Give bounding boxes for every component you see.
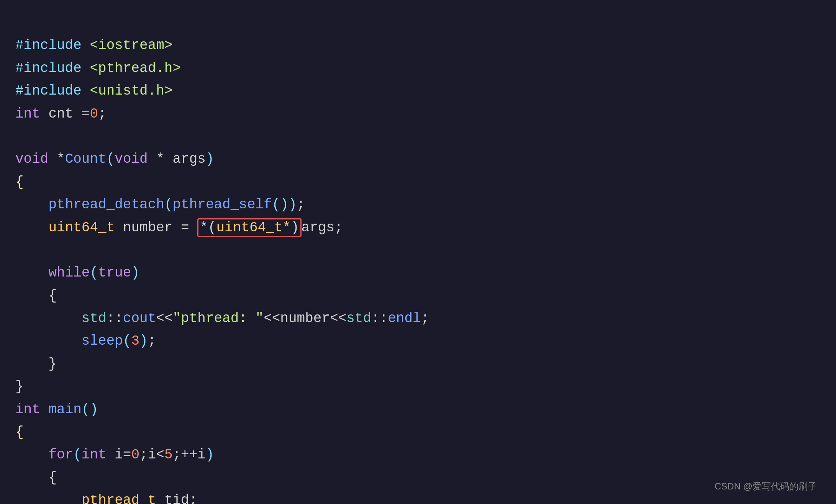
brace-while-close: } — [48, 356, 57, 372]
plain-space3 — [82, 83, 90, 99]
paren10: () — [82, 402, 98, 417]
kw-for: for — [48, 447, 73, 463]
plain-star2: * — [148, 151, 173, 167]
paren5: ) — [289, 197, 297, 213]
plain-op3: << — [330, 311, 346, 326]
paren7: ) — [131, 265, 139, 281]
kw-int1: int — [15, 106, 40, 122]
include-path1: <iostream> — [90, 38, 172, 53]
brace-for-open: { — [48, 470, 57, 486]
brace-open1: { — [15, 174, 24, 190]
plain-space2 — [82, 61, 90, 76]
brace-main-open: { — [15, 424, 24, 440]
kw-void2: void — [115, 151, 148, 167]
type-uint64: uint64_t — [48, 220, 115, 236]
kw-void1: void — [15, 151, 48, 167]
paren3: ( — [164, 197, 173, 213]
cast-star: *( — [200, 220, 216, 236]
num-for5: 5 — [164, 447, 173, 463]
preproc-include1: #include — [15, 38, 82, 53]
preproc-include2: #include — [15, 61, 82, 76]
paren11: ( — [73, 447, 82, 463]
ns-std1: std — [82, 311, 107, 326]
paren1: ( — [107, 151, 115, 167]
code-block: #include <iostream> #include <pthread.h>… — [15, 11, 821, 504]
paren8: ( — [123, 333, 131, 349]
kw-int3: int — [82, 447, 107, 463]
brace-func-close: } — [15, 379, 24, 394]
func-count: Count — [65, 151, 107, 167]
cast-close: ) — [291, 220, 299, 236]
kw-int2: int — [15, 402, 40, 417]
plain-op1: << — [156, 311, 172, 326]
func-pthread-detach: pthread_detach — [48, 197, 164, 213]
plain-scope2: :: — [371, 311, 388, 326]
plain-semi3: ; — [421, 311, 429, 326]
var-number: number — [280, 311, 330, 326]
plain-semi4: ; — [148, 333, 156, 349]
paren9: ) — [139, 333, 148, 349]
num-3: 3 — [131, 333, 139, 349]
var-tid: tid; — [156, 493, 197, 504]
highlight-cast: *(uint64_t*) — [197, 218, 301, 237]
plain-op2: << — [264, 311, 280, 326]
brace-while-open: { — [48, 288, 57, 304]
plain-cnt: cnt = — [40, 106, 90, 122]
plain-semi2: ; — [297, 197, 305, 213]
plain-semi5: ;i< — [139, 447, 164, 463]
plain-space-main — [40, 402, 49, 417]
paren2: ) — [206, 151, 214, 167]
plain-args2: args; — [302, 220, 343, 236]
type-pthread-t: pthread_t — [82, 493, 156, 504]
str-pthread: "pthread: " — [173, 311, 264, 326]
include-path2: <pthread.h> — [90, 61, 181, 76]
cast-type: uint64_t* — [216, 220, 291, 236]
plain-scope1: :: — [107, 311, 123, 326]
paren6: ( — [90, 265, 98, 281]
for-init: i= — [107, 447, 131, 463]
plain-star1: * — [48, 151, 65, 167]
plain-space1 — [82, 38, 90, 53]
watermark: CSDN @爱写代码的刷子 — [715, 480, 817, 493]
paren4: () — [272, 197, 289, 213]
kw-while1: while — [48, 265, 90, 281]
param-args1: args — [173, 151, 206, 167]
plain-number: number = — [115, 220, 197, 236]
kw-true1: true — [98, 265, 131, 281]
paren12: ) — [206, 447, 214, 463]
func-main: main — [48, 402, 81, 417]
func-sleep1: sleep — [82, 333, 123, 349]
plain-semi6: ;++i — [173, 447, 206, 463]
func-endl: endl — [388, 311, 421, 326]
num-for0: 0 — [131, 447, 139, 463]
ns-std2: std — [346, 311, 371, 326]
func-pthread-self: pthread_self — [172, 197, 272, 213]
func-cout: cout — [123, 311, 156, 326]
preproc-include3: #include — [15, 83, 82, 99]
include-path3: <unistd.h> — [90, 83, 172, 99]
code-container: #include <iostream> #include <pthread.h>… — [0, 0, 836, 504]
plain-semi1: ; — [98, 106, 107, 122]
num-zero: 0 — [90, 106, 98, 122]
